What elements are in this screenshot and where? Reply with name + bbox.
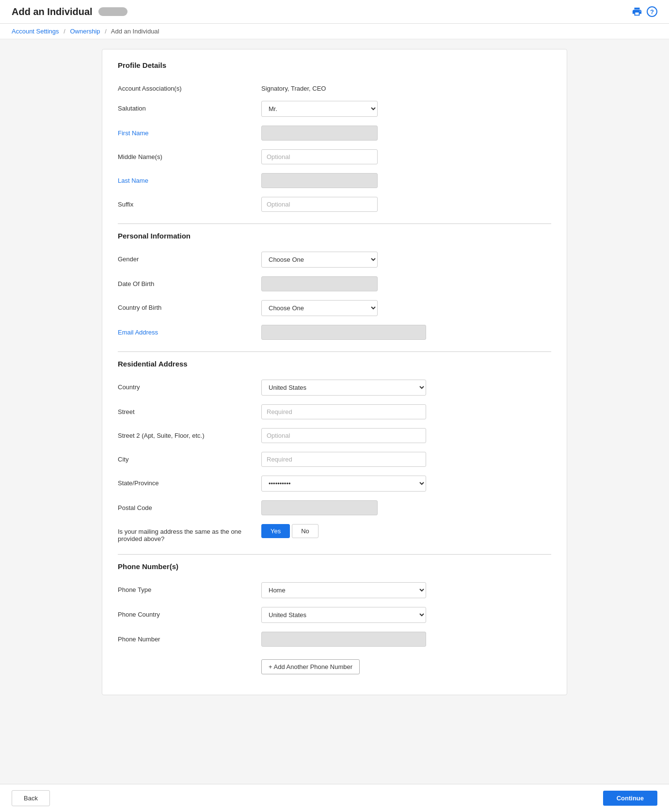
street-label: Street (118, 404, 254, 415)
row-gender: Gender Choose One Male Female Non-binary… (118, 252, 551, 268)
first-name-input[interactable] (261, 126, 378, 141)
gender-select[interactable]: Choose One Male Female Non-binary Prefer… (261, 252, 378, 268)
add-phone-wrap: + Add Another Phone Number (261, 655, 426, 674)
header-icons: ? (631, 6, 657, 17)
divider-personal (118, 223, 551, 224)
breadcrumb-current: Add an Individual (111, 28, 159, 35)
row-phone-type: Phone Type Home Mobile Work Fax (118, 582, 551, 598)
phone-number-input[interactable] (261, 632, 426, 647)
dob-input[interactable] (261, 276, 378, 291)
row-street2: Street 2 (Apt, Suite, Floor, etc.) (118, 428, 551, 443)
row-dob: Date Of Birth (118, 276, 551, 291)
divider-residential (118, 351, 551, 352)
city-input[interactable] (261, 452, 426, 467)
phone-country-label: Phone Country (118, 607, 254, 618)
row-add-phone: + Add Another Phone Number (118, 655, 551, 674)
row-country-birth: Country of Birth Choose One United State… (118, 300, 551, 316)
salutation-label: Salutation (118, 101, 254, 112)
row-postal: Postal Code (118, 500, 551, 515)
dob-wrap (261, 276, 378, 291)
suffix-wrap (261, 197, 378, 212)
postal-wrap (261, 500, 378, 515)
row-city: City (118, 452, 551, 467)
mailing-no-button[interactable]: No (292, 524, 319, 538)
state-label: State/Province (118, 476, 254, 487)
form-card: Profile Details Account Association(s) S… (102, 49, 567, 695)
page-title: Add an Individual (12, 6, 93, 17)
phone-country-select[interactable]: United States Canada United Kingdom (261, 607, 426, 623)
section-profile-details-title: Profile Details (118, 61, 551, 73)
state-wrap: •••••••••• Alabama Alaska Arizona Califo… (261, 476, 426, 492)
phone-number-wrap (261, 632, 426, 647)
country-birth-label: Country of Birth (118, 300, 254, 311)
first-name-label: First Name (118, 126, 254, 137)
main-content: Profile Details Account Association(s) S… (0, 39, 669, 734)
row-country: Country United States Canada United King… (118, 380, 551, 396)
state-select[interactable]: •••••••••• Alabama Alaska Arizona Califo… (261, 476, 426, 492)
street-input[interactable] (261, 404, 426, 419)
breadcrumb-ownership[interactable]: Ownership (70, 28, 100, 35)
row-email: Email Address (118, 325, 551, 340)
mailing-yes-button[interactable]: Yes (261, 524, 290, 538)
row-middle-name: Middle Name(s) (118, 149, 551, 164)
last-name-label: Last Name (118, 173, 254, 184)
section-phone-title: Phone Number(s) (118, 562, 551, 574)
section-personal-info-title: Personal Information (118, 232, 551, 244)
row-suffix: Suffix (118, 197, 551, 212)
middle-name-wrap (261, 149, 378, 164)
divider-phone (118, 554, 551, 555)
mailing-yn-group: Yes No (261, 524, 378, 538)
middle-name-input[interactable] (261, 149, 378, 164)
row-last-name: Last Name (118, 173, 551, 188)
mailing-label: Is your mailing address the same as the … (118, 524, 254, 542)
row-phone-number: Phone Number (118, 632, 551, 647)
country-select[interactable]: United States Canada United Kingdom (261, 380, 426, 396)
salutation-select[interactable]: Mr. Mrs. Ms. Dr. Prof. (261, 101, 378, 117)
phone-number-label: Phone Number (118, 632, 254, 643)
section-residential-title: Residential Address (118, 360, 551, 372)
page-header: Add an Individual ? (0, 0, 669, 24)
gender-label: Gender (118, 252, 254, 263)
email-label: Email Address (118, 325, 254, 336)
postal-input[interactable] (261, 500, 378, 515)
street2-input[interactable] (261, 428, 426, 443)
phone-country-wrap: United States Canada United Kingdom (261, 607, 426, 623)
breadcrumb-account-settings[interactable]: Account Settings (12, 28, 59, 35)
row-street: Street (118, 404, 551, 419)
account-associations-label: Account Association(s) (118, 81, 254, 92)
phone-type-select[interactable]: Home Mobile Work Fax (261, 582, 426, 598)
row-state: State/Province •••••••••• Alabama Alaska… (118, 476, 551, 492)
gender-wrap: Choose One Male Female Non-binary Prefer… (261, 252, 378, 268)
country-birth-wrap: Choose One United States Canada United K… (261, 300, 378, 316)
street-wrap (261, 404, 426, 419)
last-name-wrap (261, 173, 378, 188)
email-input[interactable] (261, 325, 426, 340)
print-icon[interactable] (631, 6, 643, 17)
suffix-label: Suffix (118, 197, 254, 208)
country-label: Country (118, 380, 254, 391)
dob-label: Date Of Birth (118, 276, 254, 287)
add-phone-button[interactable]: + Add Another Phone Number (261, 659, 360, 674)
city-label: City (118, 452, 254, 463)
account-associations-value: Signatory, Trader, CEO (261, 81, 326, 92)
mailing-wrap: Yes No (261, 524, 378, 538)
phone-type-label: Phone Type (118, 582, 254, 593)
suffix-input[interactable] (261, 197, 378, 212)
phone-type-wrap: Home Mobile Work Fax (261, 582, 426, 598)
row-salutation: Salutation Mr. Mrs. Ms. Dr. Prof. (118, 101, 551, 117)
row-account-associations: Account Association(s) Signatory, Trader… (118, 81, 551, 92)
row-phone-country: Phone Country United States Canada Unite… (118, 607, 551, 623)
breadcrumb-sep-2: / (105, 28, 107, 35)
header-badge (98, 7, 127, 16)
row-first-name: First Name (118, 126, 551, 141)
last-name-input[interactable] (261, 173, 378, 188)
breadcrumb: Account Settings / Ownership / Add an In… (0, 24, 669, 39)
postal-label: Postal Code (118, 500, 254, 511)
add-phone-spacer (118, 655, 254, 659)
help-icon[interactable]: ? (647, 6, 657, 17)
street2-wrap (261, 428, 426, 443)
salutation-wrap: Mr. Mrs. Ms. Dr. Prof. (261, 101, 378, 117)
header-left: Add an Individual (12, 6, 127, 17)
city-wrap (261, 452, 426, 467)
country-birth-select[interactable]: Choose One United States Canada United K… (261, 300, 378, 316)
